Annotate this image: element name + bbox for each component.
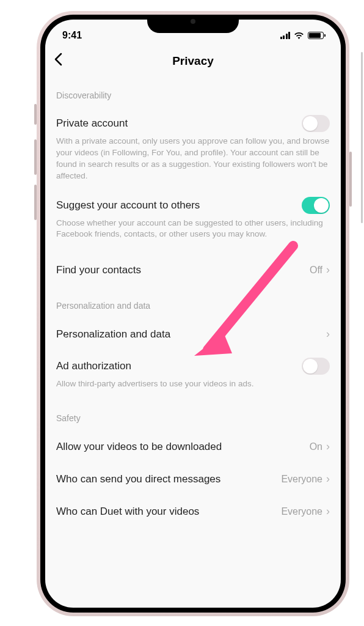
row-title: Find your contacts	[56, 264, 141, 276]
toggle-private-account[interactable]	[302, 115, 330, 132]
section-safety: Safety	[56, 397, 330, 430]
row-title: Who can Duet with your videos	[56, 506, 199, 518]
section-personalization: Personalization and data	[56, 280, 330, 318]
toggle-suggest-account[interactable]	[302, 197, 330, 214]
row-direct-messages[interactable]: Who can send you direct messages Everyon…	[56, 463, 330, 495]
row-personalization-data[interactable]: Personalization and data ›	[56, 318, 330, 350]
back-button[interactable]	[54, 53, 62, 70]
chevron-right-icon: ›	[326, 328, 330, 341]
row-suggest-account[interactable]: Suggest your account to others	[56, 190, 330, 218]
phone-bezel: 9:41 Privacy Discoverability Private acc…	[40, 15, 346, 613]
row-desc-ad-auth: Allow third-party advertisers to use you…	[56, 378, 330, 397]
chevron-right-icon: ›	[326, 473, 330, 485]
row-duet[interactable]: Who can Duet with your videos Everyone ›	[56, 495, 330, 518]
row-desc-private-account: With a private account, only users you a…	[56, 136, 330, 190]
nav-header: Privacy	[45, 46, 341, 76]
external-scrollbar	[361, 52, 363, 223]
phone-power-button	[349, 152, 352, 207]
row-desc-suggest: Choose whether your account can be sugge…	[56, 218, 330, 248]
page-title: Privacy	[172, 54, 214, 68]
settings-content[interactable]: Discoverability Private account With a p…	[45, 76, 341, 518]
cellular-signal-icon	[280, 32, 291, 39]
row-ad-authorization[interactable]: Ad authorization	[56, 350, 330, 378]
row-title: Allow your videos to be downloaded	[56, 441, 222, 453]
row-title: Suggest your account to others	[56, 199, 200, 212]
row-private-account[interactable]: Private account	[56, 108, 330, 136]
battery-icon	[308, 32, 324, 39]
chevron-left-icon	[54, 53, 62, 66]
toggle-ad-authorization[interactable]	[302, 358, 330, 375]
status-time: 9:41	[62, 30, 82, 41]
row-title: Personalization and data	[56, 328, 170, 341]
row-title: Private account	[56, 117, 128, 130]
chevron-right-icon: ›	[326, 263, 330, 276]
section-discoverability: Discoverability	[56, 76, 330, 108]
row-value: On	[310, 441, 322, 452]
row-allow-download[interactable]: Allow your videos to be downloaded On ›	[56, 430, 330, 463]
chevron-right-icon: ›	[326, 505, 330, 518]
row-title: Who can send you direct messages	[56, 473, 220, 485]
chevron-right-icon: ›	[326, 440, 330, 453]
phone-frame: 9:41 Privacy Discoverability Private acc…	[37, 11, 349, 616]
row-find-contacts[interactable]: Find your contacts Off ›	[56, 256, 330, 280]
row-value: Off	[310, 265, 322, 276]
phone-notch	[147, 15, 239, 33]
row-title: Ad authorization	[56, 360, 131, 372]
row-value: Everyone	[281, 474, 322, 485]
wifi-icon	[294, 32, 304, 39]
row-value: Everyone	[281, 506, 322, 517]
screen: 9:41 Privacy Discoverability Private acc…	[45, 20, 341, 608]
